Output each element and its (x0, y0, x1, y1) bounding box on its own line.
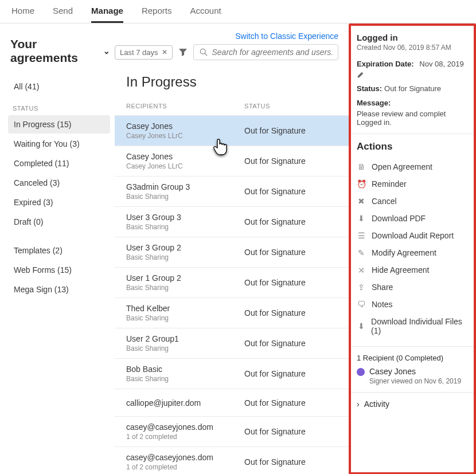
row-status: Out for Signature (244, 248, 337, 257)
recipient-row[interactable]: Casey Jones Signer viewed on Nov 6, 2019 (357, 367, 468, 385)
sidebar: Your agreements ⌄ All (41) STATUS In Pro… (0, 23, 115, 474)
top-nav: Home Send Manage Reports Account (0, 0, 476, 23)
filter-toolbar: Last 7 days ✕ (115, 41, 349, 67)
row-status: Out for Signature (244, 156, 337, 166)
download-pdf-icon: ⬇ (357, 214, 366, 223)
table-row[interactable]: User 3 Group 3Basic SharingOut for Signa… (115, 207, 349, 237)
sidebar-item-in-progress[interactable]: In Progress (15) (8, 115, 110, 134)
filter-icon[interactable] (178, 48, 188, 57)
table-row[interactable]: casey@caseyjones.dom1 of 2 completedOut … (115, 417, 349, 447)
recipient-name: Casey Jones (126, 152, 244, 161)
action-item[interactable]: ⏰Reminder (357, 175, 468, 193)
audit-icon: ☰ (357, 231, 366, 240)
your-agreements-dropdown[interactable]: Your agreements ⌄ (10, 37, 110, 65)
nav-tab-account[interactable]: Account (190, 6, 221, 23)
action-item[interactable]: 🗨Notes (357, 296, 468, 313)
row-status: Out for Signature (244, 339, 337, 348)
table-row[interactable]: User 1 Group 2Basic SharingOut for Signa… (115, 268, 349, 298)
table-row[interactable]: G3admin Group 3Basic SharingOut for Sign… (115, 177, 349, 207)
actions-list: 🗎Open Agreement⏰Reminder✖Cancel⬇Download… (357, 158, 468, 339)
created-date: Created Nov 06, 2019 8:57 AM (357, 44, 468, 52)
recipient-sub: 1 of 2 completed (126, 433, 244, 441)
recipient-name: Casey Jones (369, 367, 461, 376)
row-status: Out for Signature (244, 398, 337, 408)
table-row[interactable]: Casey JonesCasey Jones LLrCOut for Signa… (115, 116, 349, 146)
action-item[interactable]: ✎Modify Agreement (357, 244, 468, 261)
recipient-name: Thed Kelber (126, 304, 244, 313)
sidebar-status-header: STATUS (13, 105, 110, 112)
close-icon[interactable]: ✕ (162, 48, 167, 56)
chevron-right-icon: › (357, 399, 360, 409)
row-status: Out for Signature (244, 278, 337, 287)
search-input[interactable] (212, 48, 333, 57)
nav-tab-send[interactable]: Send (53, 6, 73, 23)
switch-classic-link[interactable]: Switch to Classic Experience (115, 28, 349, 41)
svg-point-0 (200, 49, 205, 54)
row-status: Out for Signature (244, 457, 337, 467)
sidebar-item-expired[interactable]: Expired (3) (8, 193, 110, 211)
activity-toggle[interactable]: › Activity (357, 399, 468, 409)
agreement-title: Logged in (357, 33, 468, 42)
recipient-sub: Basic Sharing (126, 223, 244, 231)
table-row[interactable]: Thed KelberBasic SharingOut for Signatur… (115, 298, 349, 328)
table-row[interactable]: Casey JonesCasey Jones LLrCOut for Signa… (115, 146, 349, 177)
recipient-name: User 3 Group 2 (126, 243, 244, 252)
sidebar-item-megasign[interactable]: Mega Sign (13) (8, 280, 110, 299)
table-row[interactable]: calliope@jupiter.domOut for Signature (115, 389, 349, 417)
recipient-name: Bob Basic (126, 365, 244, 374)
sidebar-item-waiting[interactable]: Waiting for You (3) (8, 135, 110, 153)
recipient-sub: Casey Jones LLrC (126, 162, 244, 170)
your-agreements-label: Your agreements (10, 37, 100, 65)
svg-line-1 (205, 53, 207, 56)
filter-chip-last7days[interactable]: Last 7 days ✕ (115, 45, 173, 60)
details-panel: Logged in Created Nov 06, 2019 8:57 AM E… (349, 23, 476, 474)
action-item[interactable]: ⤨Hide Agreement (357, 261, 468, 279)
row-status: Out for Signature (244, 308, 337, 318)
recipient-sub: Basic Sharing (126, 284, 244, 292)
sidebar-item-completed[interactable]: Completed (11) (8, 154, 110, 173)
action-label: Notes (372, 300, 393, 309)
action-item[interactable]: ☰Download Audit Report (357, 227, 468, 244)
status-label: Status: (357, 84, 382, 93)
nav-tab-manage[interactable]: Manage (91, 6, 123, 23)
action-item[interactable]: ⇪Share (357, 279, 468, 296)
row-status: Out for Signature (244, 427, 337, 436)
action-item[interactable]: 🗎Open Agreement (357, 158, 468, 175)
hide-icon: ⤨ (357, 265, 366, 275)
table-row[interactable]: User 3 Group 2Basic SharingOut for Signa… (115, 237, 349, 268)
activity-label: Activity (364, 399, 389, 409)
recipient-sub: Casey Jones LLrC (126, 132, 244, 140)
share-icon: ⇪ (357, 283, 366, 292)
nav-tab-reports[interactable]: Reports (142, 6, 172, 23)
action-item[interactable]: ⬇Download Individual Files (1) (357, 313, 468, 339)
table-row[interactable]: Bob BasicBasic SharingOut for Signature (115, 359, 349, 389)
table-row[interactable]: casey@caseyjones.dom1 of 2 completedOut … (115, 447, 349, 474)
expiration-value: Nov 08, 2019 (419, 60, 463, 68)
sidebar-item-canceled[interactable]: Canceled (3) (8, 174, 110, 192)
nav-tab-home[interactable]: Home (11, 6, 34, 23)
sidebar-item-draft[interactable]: Draft (0) (8, 213, 110, 231)
action-item[interactable]: ✖Cancel (357, 193, 468, 210)
sidebar-item-templates[interactable]: Templates (2) (8, 241, 110, 260)
sidebar-item-all[interactable]: All (41) (8, 77, 110, 96)
action-label: Open Agreement (372, 162, 432, 171)
actions-header: Actions (357, 141, 468, 152)
row-status: Out for Signature (244, 187, 337, 196)
message-label: Message: (357, 99, 391, 107)
edit-doc-icon: ✎ (357, 248, 366, 257)
recipient-sub: Basic Sharing (126, 193, 244, 201)
col-status: STATUS (244, 103, 337, 109)
recipient-name: G3admin Group 3 (126, 182, 244, 191)
table-row[interactable]: User 2 Group1Basic SharingOut for Signat… (115, 328, 349, 359)
search-icon (200, 48, 208, 56)
sidebar-item-webforms[interactable]: Web Forms (15) (8, 261, 110, 279)
status-value: Out for Signature (384, 84, 441, 93)
action-label: Download PDF (372, 214, 426, 223)
recipient-name: casey@caseyjones.dom (126, 453, 244, 462)
action-item[interactable]: ⬇Download PDF (357, 210, 468, 227)
action-label: Reminder (372, 179, 407, 189)
row-status: Out for Signature (244, 369, 337, 378)
recipient-sub: Basic Sharing (126, 344, 244, 352)
search-field[interactable] (193, 44, 339, 60)
edit-expiration-icon[interactable] (357, 70, 365, 79)
